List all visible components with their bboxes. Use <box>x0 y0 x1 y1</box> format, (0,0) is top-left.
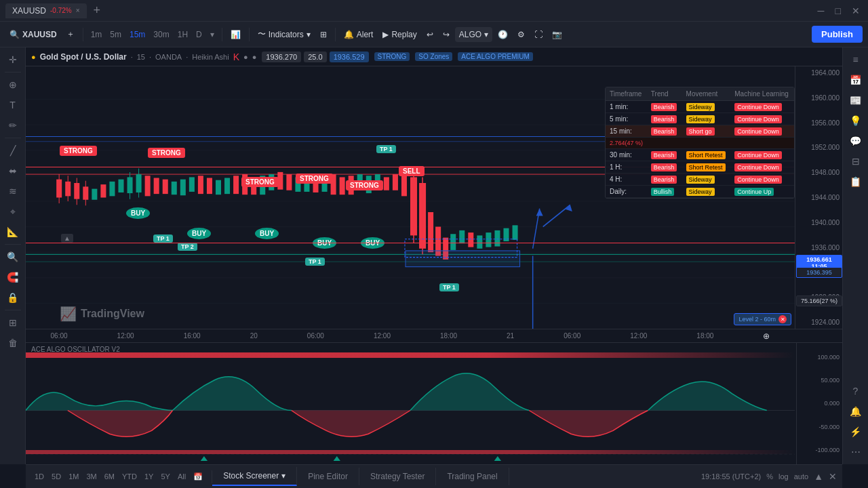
tf-15m[interactable]: 15m <box>126 28 149 41</box>
range-custom[interactable]: 📅 <box>190 470 206 483</box>
plus-icon: ＋ <box>66 28 75 40</box>
close-window-icon[interactable]: ✕ <box>849 5 863 16</box>
camera-button[interactable]: 📷 <box>548 27 566 42</box>
minimize-icon[interactable]: ─ <box>815 5 827 16</box>
svg-rect-73 <box>513 225 518 240</box>
layers-tool[interactable]: ⊞ <box>2 313 24 332</box>
range-6m[interactable]: 6M <box>101 470 118 483</box>
delete-tool[interactable]: 🗑 <box>2 333 24 352</box>
more-button[interactable]: ⋯ <box>845 443 867 462</box>
watchlist-button[interactable]: ≡ <box>845 50 867 69</box>
crosshair-tool[interactable]: ⊕ <box>2 75 24 94</box>
tf-more[interactable]: ▾ <box>207 28 218 41</box>
notification-button[interactable]: ⚡ <box>845 422 867 441</box>
cell-ml: Continue Down <box>730 174 794 186</box>
range-1d[interactable]: 1D <box>31 470 47 483</box>
help-button[interactable]: ? <box>845 382 867 401</box>
collapse-btn[interactable]: ▲ <box>61 233 73 243</box>
range-1y[interactable]: 1Y <box>141 470 157 483</box>
range-ytd[interactable]: YTD <box>119 470 140 483</box>
zoom-tool[interactable]: 🔍 <box>2 247 24 266</box>
ideas-button[interactable]: 💡 <box>845 111 867 130</box>
trendline-tool[interactable]: ╱ <box>2 141 24 160</box>
timezone-button[interactable]: 🕐 <box>494 27 512 42</box>
tab-strategy-tester[interactable]: Strategy Tester <box>359 468 436 485</box>
maximize-icon[interactable]: □ <box>833 5 844 16</box>
table-row-15m: 15 min: Bearish Short go Continue Down <box>606 125 794 138</box>
magnet-tool[interactable]: 🧲 <box>2 268 24 287</box>
time-axis: 06:00 12:00 16:00 20 06:00 12:00 18:00 2… <box>26 329 842 342</box>
orders-button[interactable]: 📋 <box>845 172 867 191</box>
range-1m[interactable]: 1M <box>65 470 82 483</box>
add-tab-button[interactable]: + <box>90 3 105 18</box>
redo-button[interactable]: ↪ <box>439 27 454 42</box>
tf-5m[interactable]: 5m <box>106 28 125 41</box>
so-zones-tag: SO Zones <box>415 52 452 61</box>
measure-tool[interactable]: 📐 <box>2 222 24 241</box>
tab-pine-editor[interactable]: Pine Editor <box>297 468 359 485</box>
undo-button[interactable]: ↩ <box>422 27 437 42</box>
cell-ml: Continue Down <box>730 149 794 161</box>
screener-button[interactable]: ⊟ <box>845 152 867 171</box>
tf-30m[interactable]: 30m <box>150 28 172 41</box>
goto-date-button[interactable]: ⊕ <box>763 331 770 341</box>
svg-marker-85 <box>494 456 501 461</box>
log-toggle[interactable]: log <box>778 472 789 481</box>
expand-tool[interactable]: ⬌ <box>2 161 24 180</box>
fibonacci-tool[interactable]: ≋ <box>2 182 24 201</box>
news-button[interactable]: 📰 <box>845 91 867 110</box>
expand-bottom[interactable]: ▲ <box>814 471 823 482</box>
svg-rect-57 <box>393 174 398 190</box>
chart-canvas[interactable]: Timeframe Trend Movement Machine Learnin… <box>26 66 842 329</box>
time-display: 19:18:55 (UTC+2) <box>701 472 761 481</box>
indicators-label: Indicators <box>269 30 304 39</box>
chart-type-button[interactable]: 📊 <box>226 27 245 42</box>
main-content: ● Gold Spot / U.S. Dollar · 15 · OANDA ·… <box>26 47 842 464</box>
replay-button[interactable]: ▶ Replay <box>378 27 420 42</box>
pine-editor-label: Pine Editor <box>308 472 348 481</box>
algo-button[interactable]: ALGO ▾ <box>455 27 492 42</box>
replay-icon: ▶ <box>382 30 389 39</box>
settings-button[interactable]: ⚙ <box>513 27 529 42</box>
osc-0: 0.000 <box>800 400 840 407</box>
percent-toggle[interactable]: % <box>766 472 773 481</box>
indicators-button[interactable]: 〜 Indicators ▾ <box>254 26 315 43</box>
range-5y[interactable]: 5Y <box>157 470 173 483</box>
brush-tool[interactable]: ✏ <box>2 116 24 135</box>
tf-1h[interactable]: 1H <box>174 28 191 41</box>
chat-button[interactable]: 💬 <box>845 131 867 150</box>
alert-side-button[interactable]: 🔔 <box>845 402 867 421</box>
tf-1m[interactable]: 1m <box>87 28 106 41</box>
price-1940: 1940.000 <box>798 219 840 226</box>
templates-button[interactable]: ⊞ <box>316 27 331 42</box>
sidebar-sep1 <box>5 72 21 73</box>
cursor-tool[interactable]: ✛ <box>2 50 24 69</box>
svg-rect-39 <box>233 176 239 194</box>
lock-tool[interactable]: 🔒 <box>2 288 24 307</box>
tp1-label-3: TP 1 <box>305 258 325 266</box>
tab-stock-screener[interactable]: Stock Screener ▾ <box>212 467 297 486</box>
close-bottom[interactable]: ✕ <box>829 471 837 482</box>
auto-toggle[interactable]: auto <box>794 472 808 481</box>
sidebar-sep4 <box>5 310 21 310</box>
range-all[interactable]: All <box>174 470 189 483</box>
text-tool[interactable]: T <box>2 96 24 115</box>
calendar-button[interactable]: 📅 <box>845 70 867 89</box>
sep4 <box>335 28 336 41</box>
publish-button[interactable]: Publish <box>812 26 863 43</box>
alert-button[interactable]: 🔔 Alert <box>340 27 378 42</box>
level2-close[interactable]: ✕ <box>778 315 787 323</box>
pattern-tool[interactable]: ⌖ <box>2 202 24 221</box>
range-5d[interactable]: 5D <box>48 470 64 483</box>
fullscreen-button[interactable]: ⛶ <box>530 27 547 42</box>
tab-close-icon[interactable]: × <box>76 7 80 14</box>
tf-d[interactable]: D <box>193 28 205 41</box>
tab-trading-panel[interactable]: Trading Panel <box>436 468 509 485</box>
time-0600-3: 06:00 <box>564 332 580 340</box>
symbol-button[interactable]: 🔍 XAUUSD <box>5 27 61 42</box>
symbol-tab[interactable]: XAUUSD -0.72% × <box>5 3 87 18</box>
range-3m[interactable]: 3M <box>83 470 100 483</box>
add-symbol-button[interactable]: ＋ <box>62 26 79 43</box>
cell-trend: Bearish <box>647 174 682 186</box>
indicators-icon: 〜 <box>258 28 266 40</box>
